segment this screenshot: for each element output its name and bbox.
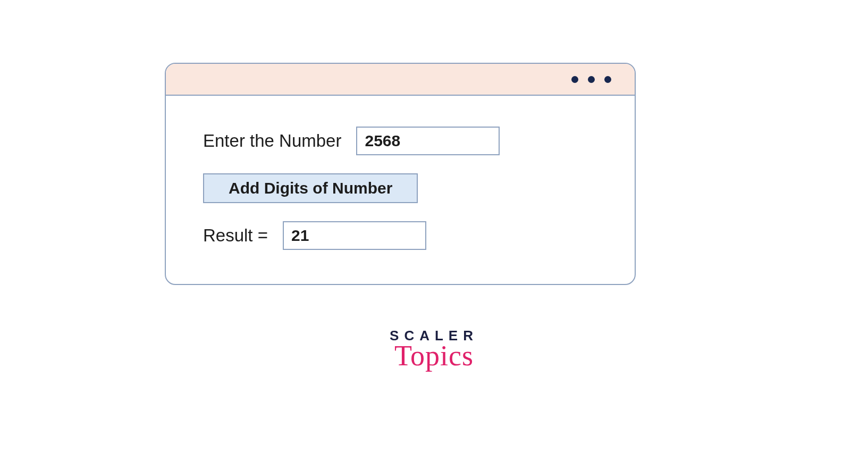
button-row: Add Digits of Number [203,173,597,203]
result-output-value: 21 [291,227,309,245]
window-content: Enter the Number 2568 Add Digits of Numb… [166,96,635,271]
number-input-value: 2568 [365,132,400,150]
add-digits-button-label: Add Digits of Number [229,179,392,197]
window-control-dot [588,76,595,83]
titlebar [166,64,635,96]
brand-logo-line2: Topics [390,341,478,370]
window-control-dot [604,76,611,83]
result-row: Result = 21 [203,221,597,250]
enter-number-label: Enter the Number [203,131,341,151]
brand-logo: SCALER Topics [390,329,478,370]
window-control-dot [571,76,578,83]
number-input[interactable]: 2568 [356,127,500,155]
result-output: 21 [283,221,426,250]
app-window: Enter the Number 2568 Add Digits of Numb… [165,63,636,285]
add-digits-button[interactable]: Add Digits of Number [203,173,418,203]
enter-number-row: Enter the Number 2568 [203,127,597,155]
result-label: Result = [203,225,268,246]
